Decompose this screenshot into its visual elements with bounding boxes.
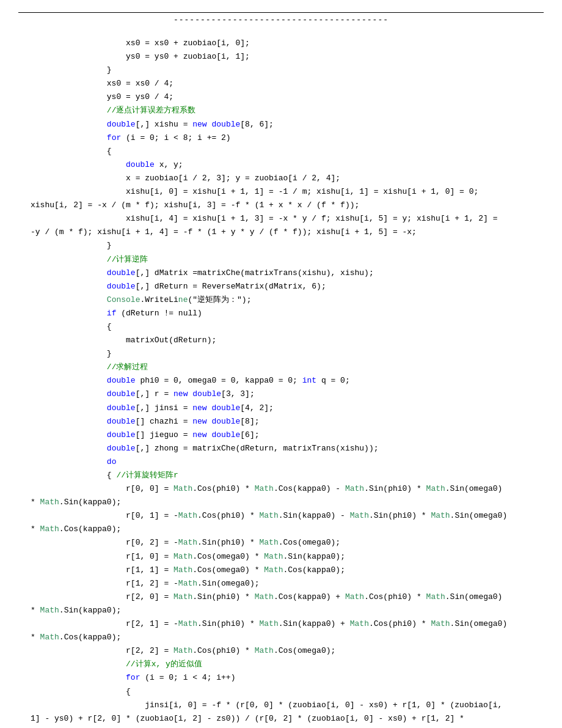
code-line: (zuobiao[i, 1] - ys0) + r[2, 2] * (zuobi…: [31, 726, 531, 728]
math-ref15: Math: [173, 565, 192, 575]
code-line: r[0, 1] = -Math.Cos(phi0) * Math.Sin(kap…: [31, 509, 531, 523]
comment5: //计算x, y的近似值: [126, 660, 202, 669]
keyword-double3: double: [126, 160, 155, 169]
comment: //逐点计算误差方程系数: [107, 106, 196, 115]
code-line: double[,] xishu = new double[8, 6];: [31, 118, 531, 131]
comment4: //计算旋转矩阵r: [116, 471, 178, 480]
code-line: x = zuobiao[i / 2, 3]; y = zuobiao[i / 2…: [31, 172, 531, 185]
code-line: double[,] jinsi = new double[4, 2];: [31, 402, 531, 415]
code-line: jinsi[i, 0] = -f * (r[0, 0] * (zuobiao[i…: [31, 699, 531, 712]
math-ref29: Math: [255, 646, 274, 655]
math-ref19: Math: [255, 592, 274, 601]
code-line: for (i = 0; i < 8; i += 2): [31, 131, 531, 145]
math-ref23: Math: [178, 619, 197, 628]
keyword-new: new: [192, 120, 206, 129]
keyword-double: double: [107, 120, 136, 129]
math-ref25: Math: [350, 619, 369, 628]
code-line: matrixOut(dReturn);: [31, 334, 531, 347]
code-line: r[0, 2] = -Math.Sin(phi0) * Math.Cos(ome…: [31, 536, 531, 550]
code-line: xishu[i, 4] = xishu[i + 1, 3] = -x * y /…: [31, 212, 531, 226]
code-line: double[,] dReturn = ReverseMatrix(dMatri…: [31, 280, 531, 293]
math-ref21: Math: [426, 592, 445, 601]
top-separator-text: ----------------------------------------: [18, 15, 544, 24]
math-ref28: Math: [173, 646, 192, 655]
keyword-double10: double: [211, 403, 240, 413]
code-line: * Math.Sin(kappa0);: [31, 604, 531, 617]
code-line: //求解过程: [31, 361, 531, 374]
code-block: xs0 = xs0 + zuobiao[i, 0]; ys0 = ys0 + z…: [18, 37, 544, 728]
keyword-new5: new: [192, 430, 206, 439]
keyword-double5: double: [107, 282, 136, 291]
keyword-double8: double: [192, 389, 221, 399]
code-line: * Math.Sin(kappa0);: [31, 496, 531, 509]
comment2: //计算逆阵: [107, 255, 148, 264]
math-ref17: Math: [178, 579, 197, 588]
math-ref14: Math: [264, 552, 283, 561]
code-line: xs0 = xs0 + zuobiao[i, 0];: [31, 37, 531, 50]
math-ref18: Math: [173, 592, 192, 601]
keyword-double2: double: [211, 120, 240, 129]
math-ref2: Math: [255, 484, 274, 493]
code-line: double[] chazhi = new double[8];: [31, 415, 531, 428]
code-line: xishu[i, 0] = xishu[i + 1, 1] = -1 / m; …: [31, 185, 531, 199]
math-ref9: Math: [431, 511, 450, 520]
code-line: r[2, 1] = -Math.Sin(phi0) * Math.Sin(kap…: [31, 617, 531, 631]
code-line: {: [31, 685, 531, 699]
code-line: -y / (m * f); xishu[i + 1, 4] = -f * (1 …: [31, 226, 531, 239]
code-line: xs0 = xs0 / 4;: [31, 77, 531, 90]
code-line: {: [31, 145, 531, 158]
top-separator-line: [18, 12, 544, 13]
math-ref11: Math: [178, 538, 197, 547]
keyword-double7: double: [107, 389, 136, 399]
code-line: { //计算旋转矩阵r: [31, 469, 531, 482]
keyword-if: if: [107, 309, 117, 318]
code-line: }: [31, 347, 531, 361]
math-ref7: Math: [259, 511, 278, 520]
keyword-for: for: [107, 133, 121, 142]
code-line: double[,] dMatrix =matrixChe(matrixTrans…: [31, 267, 531, 280]
code-line: r[1, 0] = Math.Cos(omega0) * Math.Sin(ka…: [31, 550, 531, 564]
code-line: double[,] r = new double[3, 3];: [31, 388, 531, 401]
math-ref12: Math: [259, 538, 278, 547]
code-line: //计算x, y的近似值: [31, 658, 531, 671]
code-line: r[0, 0] = Math.Cos(phi0) * Math.Cos(kapp…: [31, 482, 531, 496]
code-line: do: [31, 455, 531, 469]
math-ref20: Math: [345, 592, 364, 601]
keyword-new2: new: [173, 389, 188, 399]
keyword-new4: new: [192, 417, 206, 426]
keyword-double14: double: [211, 430, 240, 439]
math-ref22: Math: [40, 606, 59, 615]
math-ref: Math: [173, 484, 192, 493]
code-line: r[1, 1] = Math.Cos(omega0) * Math.Cos(ka…: [31, 564, 531, 577]
code-line: Console.WriteLine("逆矩阵为：");: [31, 293, 531, 307]
code-line: ys0 = ys0 + zuobiao[i, 1];: [31, 50, 531, 64]
code-line: ys0 = ys0 / 4;: [31, 90, 531, 104]
code-line: r[1, 2] = -Math.Sin(omega0);: [31, 577, 531, 590]
math-ref8: Math: [350, 511, 369, 520]
code-line: r[2, 0] = Math.Sin(phi0) * Math.Cos(kapp…: [31, 590, 531, 604]
math-ref27: Math: [40, 633, 59, 642]
code-line: if (dReturn != null): [31, 307, 531, 320]
keyword-double13: double: [107, 430, 136, 439]
keyword-for2: for: [126, 673, 140, 682]
code-line: for (i = 0; i < 4; i++): [31, 671, 531, 685]
comment3: //求解过程: [107, 362, 148, 372]
code-line: double[] jieguo = new double[6];: [31, 428, 531, 442]
math-ref26: Math: [431, 619, 450, 628]
code-line: //计算逆阵: [31, 253, 531, 267]
code-line: double[,] zhong = matrixChe(dReturn, mat…: [31, 442, 531, 455]
code-line: {: [31, 320, 531, 334]
console-ref2: ne: [178, 295, 188, 304]
page-container: ----------------------------------------…: [0, 0, 562, 728]
keyword-double15: double: [107, 444, 136, 453]
math-ref3: Math: [345, 484, 364, 493]
console-ref: Console: [107, 295, 140, 304]
math-ref5: Math: [40, 498, 59, 507]
math-ref4: Math: [426, 484, 445, 493]
code-line: xishu[i, 2] = -x / (m * f); xishu[i, 3] …: [31, 199, 531, 212]
code-line: double x, y;: [31, 158, 531, 172]
code-line: r[2, 2] = Math.Cos(phi0) * Math.Cos(omeg…: [31, 644, 531, 658]
keyword-new3: new: [192, 403, 206, 413]
code-line: 1] - ys0) + r[2, 0] * (zuobiao[i, 2] - z…: [31, 712, 531, 726]
keyword-double11: double: [107, 417, 136, 426]
